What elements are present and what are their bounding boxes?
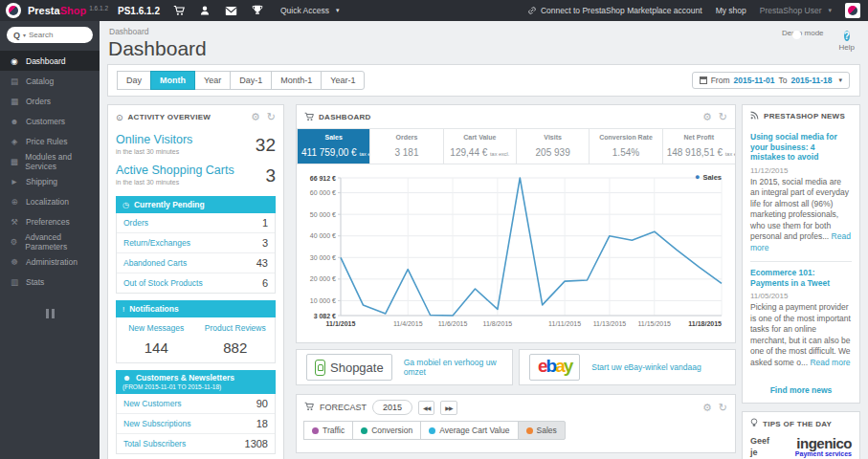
demo-mode-label: Demo mode [782, 29, 824, 37]
sidebar-search[interactable]: Q▾ [7, 27, 93, 43]
ebay-letter: y [564, 356, 572, 376]
forecast-toggle[interactable]: Average Cart Value [420, 421, 518, 440]
refresh-icon[interactable]: ↻ [719, 111, 727, 123]
pending-row-label[interactable]: Abandoned Carts [123, 258, 187, 268]
currently-pending-section: ◷Currently Pending Orders 1 Return/Exch [116, 196, 276, 294]
date-range-button[interactable]: Year-1 [321, 71, 365, 90]
shopgate-banner[interactable]: Shopgate Ga mobiel en verhoog uw omzet [296, 349, 513, 385]
kpi-tile[interactable]: Cart Value 129,44 € tax excl. [443, 129, 516, 164]
help-icon[interactable]: ? [844, 31, 850, 41]
date-range-button[interactable]: Day [117, 71, 151, 90]
pending-row-label[interactable]: Return/Exchanges [123, 238, 190, 248]
kpi-tile[interactable]: Orders 3 181 [369, 129, 442, 164]
chevron-down-icon: ▾ [828, 7, 832, 14]
find-more-news-link[interactable]: Find more news [743, 382, 859, 403]
refresh-icon[interactable]: ↻ [267, 111, 276, 123]
date-range-button[interactable]: Month-1 [271, 71, 322, 90]
collapse-menu-icon[interactable] [0, 309, 100, 318]
pending-row-label[interactable]: Orders [123, 218, 148, 228]
pending-row-value: 1 [262, 217, 268, 229]
trophy-icon[interactable] [252, 5, 263, 16]
date-range-button[interactable]: Month [150, 71, 195, 90]
pending-row-value: 6 [262, 277, 268, 289]
date-range-button[interactable]: Day-1 [230, 71, 272, 90]
kpi-tile[interactable]: Sales 411 759,00 € tax excl. [297, 129, 369, 164]
sidebar-item[interactable]: ☸ Administration [0, 251, 100, 272]
activity-overview-panel: ⊙ ACTIVITY OVERVIEW ⚙↻ 32 Online Visitor… [107, 104, 284, 459]
date-range-buttons: DayMonthYearDay-1Month-1Year-1 [118, 71, 365, 90]
notification-label[interactable]: New Messages [119, 323, 194, 333]
article-date: 11/05/2015 [750, 292, 852, 300]
refresh-icon[interactable]: ↻ [719, 402, 727, 414]
kpi-value: 3 181 [374, 147, 438, 158]
big-stat-value: 3 [265, 165, 276, 186]
sidebar: Q▾ ◉ Dashboard ▤ Catalog ▦ Orders ☻ Cust… [0, 21, 100, 459]
notification-cell: New Messages 144 [117, 317, 196, 362]
forecast-year[interactable]: 2015 [372, 400, 412, 415]
sidebar-item[interactable]: ▦ Orders [0, 91, 100, 111]
sidebar-item[interactable]: ▩ Modules and Services [0, 151, 100, 171]
kpi-tile[interactable]: Net Profit 148 918,51 € tax excl. [662, 129, 735, 164]
next-year-button[interactable]: ▶▶ [440, 401, 456, 415]
sidebar-item[interactable]: ⚙ Advanced Parameters [0, 231, 100, 251]
sidebar-item[interactable]: ☻ Customers [0, 111, 100, 131]
date-to: 2015-11-18 [790, 76, 832, 85]
series-color-dot [312, 427, 319, 434]
article-title[interactable]: Ecommerce 101: Payments in a Tweet [750, 268, 852, 288]
big-stat-label[interactable]: Online Visitors [116, 133, 276, 146]
marketplace-link[interactable]: Connect to PrestaShop Marketplace accoun… [527, 6, 702, 15]
sidebar-item-icon: ▥ [10, 277, 19, 287]
sidebar-item[interactable]: ⚒ Preferences [0, 211, 100, 231]
user-icon[interactable] [199, 5, 211, 16]
sidebar-item[interactable]: ▥ Stats [0, 272, 100, 292]
sidebar-item-icon: ⚒ [10, 217, 19, 227]
customer-row: Total Subscribers 1308 [117, 434, 275, 453]
shopgate-link[interactable]: Ga mobiel en verhoog uw omzet [404, 358, 502, 377]
sidebar-item-label: Price Rules [26, 137, 67, 146]
notification-cell: Product Reviews 882 [196, 317, 276, 362]
quick-access-menu[interactable]: Quick Access▾ [280, 6, 340, 15]
forecast-toggle[interactable]: Conversion [352, 421, 421, 440]
pending-row-label[interactable]: Out of Stock Products [123, 278, 203, 288]
date-picker-button[interactable]: From2015-11-01 To2015-11-18 ▾ [692, 72, 850, 89]
sidebar-item[interactable]: ◉ Dashboard [0, 51, 100, 71]
customer-row-label[interactable]: New Customers [123, 399, 181, 408]
sidebar-item[interactable]: ► Shipping [0, 171, 100, 191]
customer-row-label[interactable]: Total Subscribers [123, 439, 186, 448]
notification-label[interactable]: Product Reviews [198, 323, 274, 333]
date-range-button[interactable]: Year [194, 71, 231, 90]
svg-text:11/4/2015: 11/4/2015 [393, 320, 423, 327]
sidebar-item-icon: ◉ [10, 56, 19, 66]
customer-row-label[interactable]: New Subscriptions [123, 419, 190, 428]
ebay-link[interactable]: Start uw eBay-winkel vandaag [591, 362, 701, 372]
pending-row: Orders 1 [117, 213, 275, 233]
kpi-value: 411 759,00 € tax excl. [301, 147, 366, 158]
forecast-toggle[interactable]: Sales [518, 421, 566, 440]
cart-icon[interactable] [173, 5, 185, 16]
forecast-toggle[interactable]: Traffic [303, 421, 353, 440]
kpi-tile[interactable]: Conversion Rate 1.54% [589, 129, 661, 164]
chart-legend[interactable]: ●Sales [695, 172, 722, 182]
dashboard-panel: DASHBOARD ⚙↻ Sales 411 759,00 € tax excl… [296, 104, 736, 343]
ebay-banner[interactable]: ebay Start uw eBay-winkel vandaag [519, 349, 736, 385]
previous-year-button[interactable]: ◀◀ [418, 401, 434, 415]
search-input[interactable] [29, 31, 78, 39]
article-date: 11/12/2015 [750, 166, 852, 175]
sidebar-item[interactable]: ⊕ Localization [0, 191, 100, 211]
gear-icon[interactable]: ⚙ [702, 111, 712, 123]
gear-icon[interactable]: ⚙ [702, 402, 712, 414]
sidebar-item[interactable]: ◈ Price Rules [0, 131, 100, 151]
my-shop-link[interactable]: My shop [716, 6, 746, 15]
article-title[interactable]: Using social media for your business: 4 … [750, 132, 852, 163]
read-more-link[interactable]: Read more [810, 358, 850, 367]
gear-icon[interactable]: ⚙ [251, 111, 260, 123]
mail-icon[interactable] [225, 6, 237, 16]
dashboard-panel-title: DASHBOARD [319, 113, 371, 121]
kpi-tile[interactable]: Visits 205 939 [516, 129, 589, 164]
sidebar-item[interactable]: ▤ Catalog [0, 71, 100, 91]
avatar[interactable] [845, 3, 860, 18]
notification-value: 882 [198, 339, 274, 356]
big-stat-label[interactable]: Active Shopping Carts [116, 164, 276, 177]
kpi-label: Orders [374, 134, 438, 141]
user-menu[interactable]: PrestaShop User▾ [760, 6, 832, 15]
